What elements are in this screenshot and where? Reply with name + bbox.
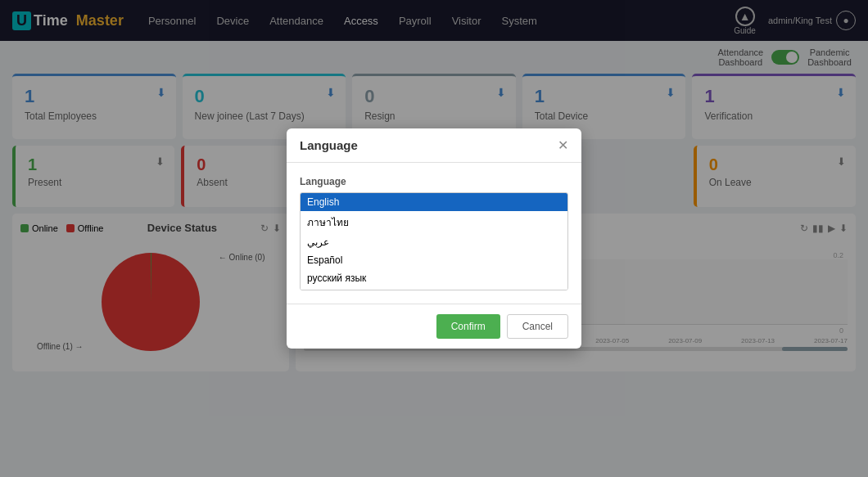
modal-title: Language bbox=[300, 138, 358, 152]
modal-close-button[interactable]: ✕ bbox=[558, 139, 568, 152]
modal-overlay[interactable]: Language ✕ Language English ภาษาไทย عربي… bbox=[0, 0, 868, 477]
lang-option-russian[interactable]: русский язык bbox=[301, 269, 567, 287]
confirm-button[interactable]: Confirm bbox=[436, 314, 500, 339]
lang-option-thai[interactable]: ภาษาไทย bbox=[301, 211, 567, 233]
lang-option-arabic[interactable]: عربي bbox=[301, 233, 567, 251]
lang-option-english[interactable]: English bbox=[301, 193, 567, 211]
language-modal: Language ✕ Language English ภาษาไทย عربي… bbox=[287, 128, 581, 349]
lang-option-spanish[interactable]: Español bbox=[301, 251, 567, 269]
cancel-button[interactable]: Cancel bbox=[507, 314, 568, 339]
language-select[interactable]: English ภาษาไทย عربي Español русский язы… bbox=[300, 192, 568, 290]
modal-footer: Confirm Cancel bbox=[287, 304, 581, 349]
modal-body: Language English ภาษาไทย عربي Español ру… bbox=[287, 163, 581, 304]
lang-option-bahasa[interactable]: Bahasa Indonesia bbox=[301, 287, 567, 290]
modal-header: Language ✕ bbox=[287, 128, 581, 163]
language-field-label: Language bbox=[300, 176, 568, 187]
